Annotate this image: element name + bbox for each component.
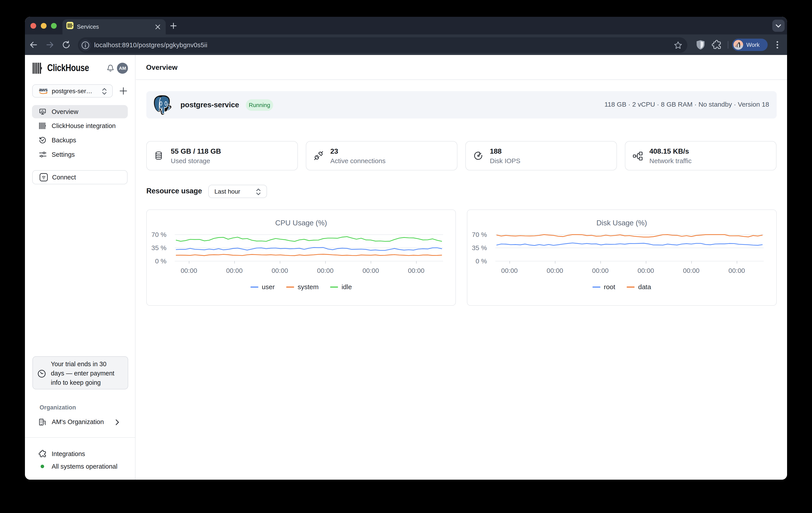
svg-text:aws: aws <box>39 87 48 92</box>
